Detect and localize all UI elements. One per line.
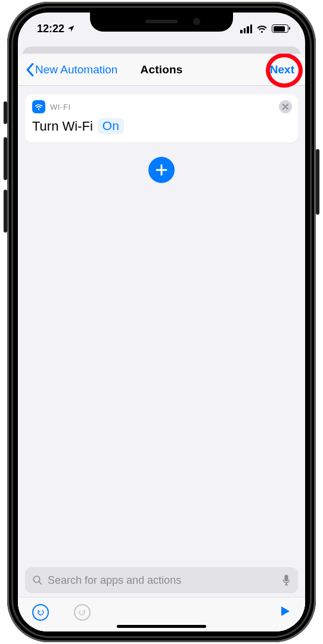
wifi-icon xyxy=(256,24,268,33)
action-param[interactable]: On xyxy=(98,118,124,134)
nav-title: Actions xyxy=(140,63,182,76)
redo-button xyxy=(74,604,91,621)
add-action-button[interactable] xyxy=(148,157,175,183)
plus-icon xyxy=(155,163,168,177)
main-sheet: New Automation Actions Next WI-FI xyxy=(18,54,305,631)
nav-back-label: New Automation xyxy=(35,63,117,76)
search-bar[interactable]: Search for apps and actions xyxy=(25,567,298,593)
nav-next-button[interactable]: Next xyxy=(268,61,297,79)
undo-button[interactable] xyxy=(32,604,49,621)
redo-icon xyxy=(78,608,86,617)
action-text: Turn Wi-Fi xyxy=(32,119,93,134)
status-time: 12:22 xyxy=(37,23,64,35)
close-icon xyxy=(282,104,288,110)
wifi-badge-icon xyxy=(32,100,45,113)
action-card[interactable]: WI-FI Turn Wi-Fi On xyxy=(25,94,298,143)
home-indicator[interactable] xyxy=(117,625,206,628)
action-category-label: WI-FI xyxy=(50,103,71,112)
battery-icon xyxy=(272,24,288,33)
cellular-icon xyxy=(240,24,252,33)
undo-icon xyxy=(36,608,45,617)
location-icon xyxy=(67,24,75,33)
chevron-left-icon xyxy=(26,63,34,76)
device-notch xyxy=(90,13,233,32)
device-frame: 12:22 New Automation Actions Next xyxy=(7,2,316,642)
search-icon xyxy=(32,575,43,586)
run-button[interactable] xyxy=(279,605,291,620)
svg-rect-1 xyxy=(285,575,288,581)
navigation-bar: New Automation Actions Next xyxy=(18,54,305,86)
nav-back-button[interactable]: New Automation xyxy=(26,63,117,76)
action-remove-button[interactable] xyxy=(279,100,292,113)
microphone-icon[interactable] xyxy=(282,574,291,586)
search-placeholder: Search for apps and actions xyxy=(48,574,277,587)
play-icon xyxy=(279,605,291,617)
